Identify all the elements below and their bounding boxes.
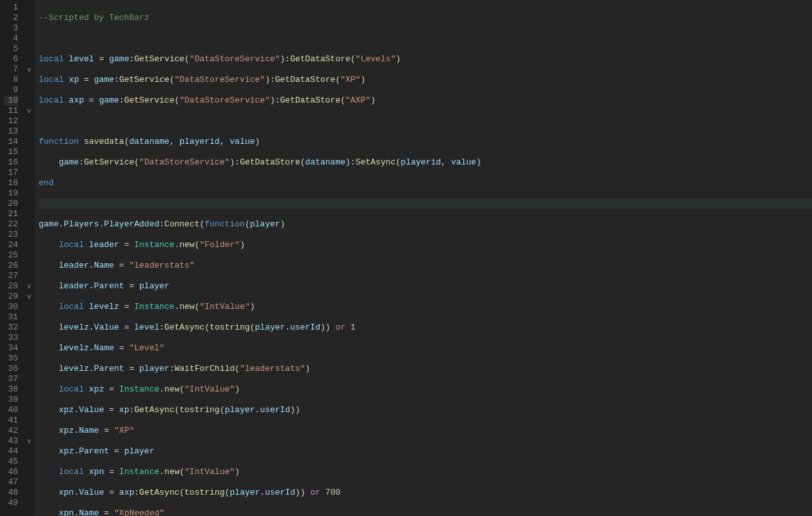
fold-blank <box>24 405 34 415</box>
code-line: game.Players.PlayerAdded:Connect(functio… <box>39 219 812 230</box>
line-number: 35 <box>4 353 18 364</box>
fold-blank <box>24 75 34 85</box>
fold-blank <box>24 302 34 312</box>
fold-blank <box>24 168 34 178</box>
line-number: 17 <box>4 168 18 178</box>
code-editor[interactable]: 1234567891011121314151617181920212223242… <box>0 0 812 516</box>
code-line: xpn.Value = axp:GetAsync(tostring(player… <box>39 488 812 498</box>
line-number: 15 <box>4 147 18 157</box>
fold-blank <box>24 457 34 467</box>
code-line: local axp = game:GetService("DataStoreSe… <box>39 95 812 106</box>
line-number: 27 <box>4 271 18 281</box>
code-area[interactable]: --Scripted by TechBarz local level = gam… <box>35 0 812 516</box>
fold-blank <box>24 178 34 188</box>
line-number: 6 <box>4 54 18 64</box>
code-line: leader.Name = "leaderstats" <box>39 261 812 271</box>
line-number: 26 <box>4 261 18 271</box>
fold-blank <box>24 219 34 230</box>
fold-chevron-icon[interactable]: v <box>24 281 34 292</box>
line-number: 1 <box>4 3 18 13</box>
line-number: 40 <box>4 405 18 415</box>
fold-blank <box>24 364 34 374</box>
fold-blank <box>24 85 34 95</box>
fold-blank <box>24 137 34 147</box>
line-number: 3 <box>4 23 18 34</box>
code-line: levelz.Name = "Level" <box>39 343 812 353</box>
line-number: 20 <box>4 199 18 209</box>
line-number: 41 <box>4 415 18 426</box>
fold-blank <box>24 188 34 199</box>
fold-blank <box>24 271 34 281</box>
fold-blank <box>24 147 34 157</box>
fold-blank <box>24 230 34 240</box>
line-number: 32 <box>4 322 18 333</box>
code-line: leader.Parent = player <box>39 281 812 292</box>
fold-blank <box>24 261 34 271</box>
code-line: game:GetService("DataStoreService"):GetD… <box>39 157 812 168</box>
line-number: 10 <box>4 95 18 106</box>
fold-blank <box>24 209 34 219</box>
line-number: 24 <box>4 240 18 250</box>
code-line: levelz.Value = level:GetAsync(tostring(p… <box>39 322 812 333</box>
fold-blank <box>24 415 34 426</box>
code-line <box>39 34 812 44</box>
code-line: xpz.Parent = player <box>39 446 812 457</box>
fold-blank <box>24 467 34 477</box>
line-number: 18 <box>4 178 18 188</box>
code-line <box>39 116 812 126</box>
code-line: local xpn = Instance.new("IntValue") <box>39 467 812 477</box>
fold-blank <box>24 322 34 333</box>
fold-blank <box>24 240 34 250</box>
code-line: local level = game:GetService("DataStore… <box>39 54 812 64</box>
code-line: local xp = game:GetService("DataStoreSer… <box>39 75 812 85</box>
fold-gutter[interactable]: vvvvv <box>24 0 35 516</box>
fold-blank <box>24 353 34 364</box>
line-number: 19 <box>4 188 18 199</box>
line-number: 4 <box>4 34 18 44</box>
line-number: 12 <box>4 116 18 126</box>
fold-chevron-icon[interactable]: v <box>24 64 34 75</box>
line-number: 25 <box>4 250 18 261</box>
fold-blank <box>24 95 34 106</box>
code-line: xpz.Value = xp:GetAsync(tostring(player.… <box>39 405 812 415</box>
fold-blank <box>24 116 34 126</box>
line-number: 13 <box>4 126 18 137</box>
fold-blank <box>24 498 34 508</box>
fold-blank <box>24 44 34 54</box>
fold-blank <box>24 312 34 322</box>
fold-chevron-icon[interactable]: v <box>24 292 34 302</box>
fold-blank <box>24 343 34 353</box>
line-number: 14 <box>4 137 18 147</box>
fold-blank <box>24 34 34 44</box>
fold-blank <box>24 488 34 498</box>
fold-blank <box>24 426 34 436</box>
line-number: 48 <box>4 488 18 498</box>
line-number: 42 <box>4 426 18 436</box>
fold-chevron-icon[interactable]: v <box>24 436 34 446</box>
code-line: local leader = Instance.new("Folder") <box>39 240 812 250</box>
fold-chevron-icon[interactable]: v <box>24 106 34 116</box>
line-number: 11 <box>4 106 18 116</box>
line-number: 38 <box>4 384 18 395</box>
fold-blank <box>24 23 34 34</box>
line-number: 29 <box>4 292 18 302</box>
line-number: 22 <box>4 219 18 230</box>
fold-blank <box>24 333 34 343</box>
fold-blank <box>24 13 34 23</box>
line-number: 44 <box>4 446 18 457</box>
code-line: end <box>39 178 812 188</box>
line-number: 31 <box>4 312 18 322</box>
line-number: 2 <box>4 13 18 23</box>
line-number: 39 <box>4 395 18 405</box>
fold-blank <box>24 199 34 209</box>
line-number: 9 <box>4 85 18 95</box>
fold-blank <box>24 157 34 168</box>
line-number: 34 <box>4 343 18 353</box>
fold-blank <box>24 395 34 405</box>
line-number: 5 <box>4 44 18 54</box>
line-number: 28 <box>4 281 18 292</box>
line-number: 36 <box>4 364 18 374</box>
line-number: 43 <box>4 436 18 446</box>
code-line: levelz.Parent = player:WaitForChild("lea… <box>39 364 812 374</box>
fold-blank <box>24 126 34 137</box>
